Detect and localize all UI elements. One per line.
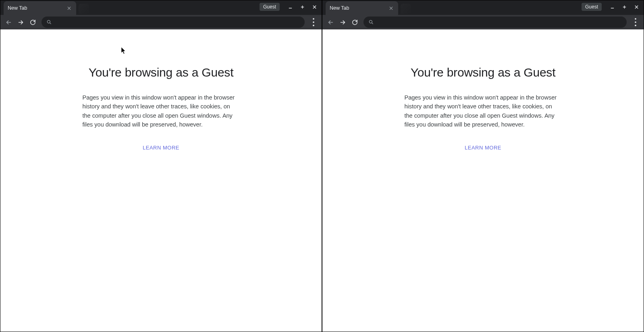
toolbar [322,15,644,29]
page-content: You're browsing as a Guest Pages you vie… [322,29,644,332]
learn-more-link[interactable]: LEARN MORE [143,145,179,151]
svg-point-4 [369,20,372,23]
guest-body-text: Pages you view in this window won't appe… [83,93,240,129]
address-bar[interactable] [42,17,305,28]
forward-icon[interactable] [337,17,348,28]
svg-point-0 [47,20,50,23]
svg-point-2 [313,21,314,23]
close-tab-icon[interactable] [388,5,394,11]
svg-point-6 [635,21,636,23]
guest-heading: You're browsing as a Guest [411,66,556,79]
svg-point-7 [635,25,636,26]
forward-icon[interactable] [15,17,26,28]
back-icon[interactable] [325,17,336,28]
titlebar[interactable]: New Tab Guest [322,0,644,15]
tab-outline [401,4,411,14]
browser-window-left: New Tab Guest [0,0,322,332]
close-tab-icon[interactable] [66,5,72,11]
search-icon [46,19,52,25]
svg-point-5 [635,18,636,20]
tab-outline [79,4,89,14]
toolbar [0,15,322,29]
guest-body-text: Pages you view in this window won't appe… [405,93,562,129]
titlebar[interactable]: New Tab Guest [0,0,322,15]
page-content: You're browsing as a Guest Pages you vie… [0,29,322,332]
close-window-icon[interactable] [632,3,640,11]
menu-icon[interactable] [630,17,641,28]
guest-heading: You're browsing as a Guest [89,66,234,79]
guest-badge[interactable]: Guest [260,3,280,11]
tab-active[interactable]: New Tab [326,1,398,15]
menu-icon[interactable] [308,17,319,28]
tab-title: New Tab [330,5,388,11]
back-icon[interactable] [3,17,14,28]
window-controls: Guest [260,0,318,13]
svg-point-3 [313,25,314,26]
new-window-icon[interactable] [620,3,628,11]
svg-point-1 [313,18,314,20]
browser-window-right: New Tab Guest [322,0,644,332]
reload-icon[interactable] [349,17,360,28]
minimize-icon[interactable] [608,3,616,11]
tab-title: New Tab [8,5,66,11]
search-icon [368,19,374,25]
guest-badge[interactable]: Guest [582,3,602,11]
reload-icon[interactable] [27,17,38,28]
new-window-icon[interactable] [298,3,306,11]
address-bar[interactable] [364,17,627,28]
tab-active[interactable]: New Tab [4,1,76,15]
close-window-icon[interactable] [310,3,318,11]
cursor-icon [121,47,127,54]
learn-more-link[interactable]: LEARN MORE [465,145,501,151]
minimize-icon[interactable] [286,3,294,11]
window-controls: Guest [582,0,640,13]
